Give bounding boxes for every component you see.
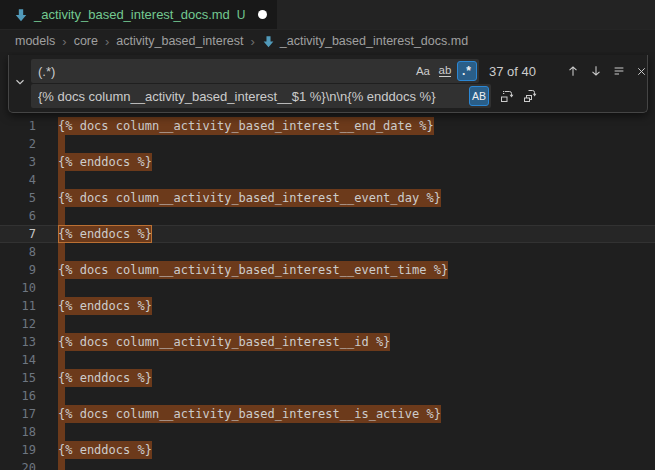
find-match	[58, 351, 65, 369]
code-line[interactable]: 2	[0, 135, 655, 153]
code-line[interactable]: 8	[0, 243, 655, 261]
code-lines: 1{% docs column__activity_based_interest…	[0, 117, 655, 470]
code-line[interactable]: 18	[0, 423, 655, 441]
line-number: 12	[0, 315, 36, 333]
breadcrumb-separator-icon: ›	[62, 34, 66, 49]
line-number: 2	[0, 135, 36, 153]
line-number: 15	[0, 369, 36, 387]
tab-filename: _activity_based_interest_docs.md	[34, 7, 230, 22]
preserve-case-button[interactable]: AB	[469, 86, 489, 106]
find-match	[58, 171, 65, 189]
line-number: 19	[0, 441, 36, 459]
unsaved-dot-icon[interactable]	[258, 10, 267, 19]
line-number: 13	[0, 333, 36, 351]
code-line[interactable]: 1{% docs column__activity_based_interest…	[0, 117, 655, 135]
find-in-selection-icon	[612, 64, 626, 78]
line-number: 20	[0, 459, 36, 470]
match-case-button[interactable]: Aa	[413, 61, 433, 81]
find-match	[58, 423, 65, 441]
regex-button[interactable]: .*	[457, 61, 477, 81]
find-in-selection-button[interactable]	[609, 61, 628, 81]
find-match-current: {% enddocs %}	[58, 225, 152, 243]
chevron-down-icon	[13, 75, 27, 93]
line-number: 10	[0, 279, 36, 297]
code-line[interactable]: 10	[0, 279, 655, 297]
find-match: {% enddocs %}	[58, 441, 152, 459]
code-line[interactable]: 15{% enddocs %}	[0, 369, 655, 387]
match-case-icon: Aa	[416, 65, 430, 77]
replace-value: {% docs column__activity_based_interest_…	[38, 89, 467, 104]
line-number: 8	[0, 243, 36, 261]
git-status-badge: U	[237, 8, 246, 22]
match-count: 37 of 40	[489, 64, 559, 79]
code-line[interactable]: 5{% docs column__activity_based_interest…	[0, 189, 655, 207]
regex-icon: .*	[462, 64, 472, 78]
line-number: 6	[0, 207, 36, 225]
breadcrumb-separator-icon: ›	[105, 34, 109, 49]
close-icon	[635, 65, 648, 78]
code-line[interactable]: 14	[0, 351, 655, 369]
breadcrumb-separator-icon: ›	[250, 34, 254, 49]
find-widget: (.*) Aa ab .* 37 of 40	[8, 55, 648, 113]
line-number: 14	[0, 351, 36, 369]
code-line[interactable]: 3{% enddocs %}	[0, 153, 655, 171]
code-line[interactable]: 17{% docs column__activity_based_interes…	[0, 405, 655, 423]
code-line[interactable]: 19{% enddocs %}	[0, 441, 655, 459]
find-match	[58, 207, 65, 225]
line-number: 11	[0, 297, 36, 315]
preserve-case-icon: AB	[472, 90, 486, 102]
code-line[interactable]: 4	[0, 171, 655, 189]
line-number: 5	[0, 189, 36, 207]
find-match	[58, 459, 65, 470]
previous-match-button[interactable]	[563, 61, 582, 81]
find-match	[58, 135, 65, 153]
editor[interactable]: 1{% docs column__activity_based_interest…	[0, 52, 655, 470]
close-find-button[interactable]	[632, 61, 651, 81]
breadcrumb-file[interactable]: _activity_based_interest_docs.md	[280, 34, 468, 48]
find-match	[58, 243, 65, 261]
breadcrumb-item[interactable]: core	[74, 34, 98, 48]
code-line[interactable]: 20	[0, 459, 655, 470]
find-match	[58, 315, 65, 333]
breadcrumb-item[interactable]: models	[15, 34, 55, 48]
find-value: (.*)	[38, 64, 411, 79]
replace-all-icon	[522, 88, 538, 104]
line-number: 7	[0, 225, 36, 243]
code-line[interactable]: 12	[0, 315, 655, 333]
breadcrumb: models›core›activity_based_interest› _ac…	[0, 30, 655, 52]
find-match: {% docs column__activity_based_interest_…	[58, 117, 434, 135]
line-number: 9	[0, 261, 36, 279]
find-match: {% enddocs %}	[58, 297, 152, 315]
find-match: {% docs column__activity_based_interest_…	[58, 189, 441, 207]
replace-all-button[interactable]	[520, 86, 539, 106]
find-match: {% docs column__activity_based_interest_…	[58, 261, 448, 279]
code-line[interactable]: 7{% enddocs %}	[0, 225, 655, 243]
find-input[interactable]: (.*) Aa ab .*	[31, 59, 479, 83]
arrow-up-icon	[566, 64, 580, 78]
tab-activity-docs[interactable]: _activity_based_interest_docs.md U	[0, 0, 277, 29]
line-number: 16	[0, 387, 36, 405]
line-number: 4	[0, 171, 36, 189]
replace-one-button[interactable]	[497, 86, 516, 106]
replace-input[interactable]: {% docs column__activity_based_interest_…	[31, 84, 491, 108]
tab-bar: _activity_based_interest_docs.md U	[0, 0, 655, 30]
line-number: 3	[0, 153, 36, 171]
toggle-replace-button[interactable]	[9, 55, 31, 112]
breadcrumb-item[interactable]: activity_based_interest	[116, 34, 243, 48]
code-line[interactable]: 11{% enddocs %}	[0, 297, 655, 315]
markdown-file-icon	[13, 7, 28, 22]
whole-word-icon: ab	[439, 65, 452, 77]
find-match: {% enddocs %}	[58, 369, 152, 387]
code-line[interactable]: 9{% docs column__activity_based_interest…	[0, 261, 655, 279]
code-line[interactable]: 16	[0, 387, 655, 405]
whole-word-button[interactable]: ab	[435, 61, 455, 81]
code-line[interactable]: 6	[0, 207, 655, 225]
line-number: 17	[0, 405, 36, 423]
breadcrumb-items: models›core›activity_based_interest›	[15, 34, 262, 49]
find-match: {% docs column__activity_based_interest_…	[58, 405, 441, 423]
find-match	[58, 279, 65, 297]
find-match: {% enddocs %}	[58, 153, 152, 171]
replace-icon	[499, 88, 515, 104]
code-line[interactable]: 13{% docs column__activity_based_interes…	[0, 333, 655, 351]
next-match-button[interactable]	[586, 61, 605, 81]
